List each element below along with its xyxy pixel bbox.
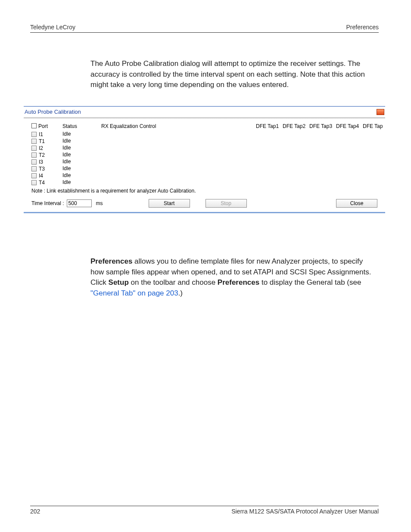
dialog-note: Note : Link establishment is a requireme… (24, 187, 385, 197)
port-checkbox[interactable] (31, 132, 37, 137)
page-number: 202 (30, 508, 40, 515)
stop-button[interactable]: Stop (206, 199, 247, 208)
column-header-port: Port (31, 123, 62, 129)
column-header-dfe5: DFE Tap (363, 123, 383, 129)
status-cell: Idle (62, 172, 101, 179)
prefs-bold1: Preferences (90, 257, 132, 265)
column-header-dfe3: DFE Tap3 (309, 123, 336, 129)
start-button[interactable]: Start (149, 199, 190, 208)
port-row: T4 (31, 179, 62, 186)
port-checkbox[interactable] (31, 180, 37, 185)
port-checkbox[interactable] (31, 152, 37, 158)
column-header-dfe4: DFE Tap4 (336, 123, 363, 129)
intro-paragraph: The Auto Probe Calibration dialog will a… (90, 59, 374, 90)
prefs-bold-preferences: Preferences (218, 278, 259, 286)
close-icon[interactable] (377, 109, 384, 115)
preferences-paragraph: Preferences allows you to define templat… (90, 256, 374, 299)
status-cell: Idle (62, 152, 101, 159)
time-interval-input[interactable] (67, 199, 92, 207)
column-header-dfe1: DFE Tap1 (256, 123, 283, 129)
column-header-status: Status (62, 123, 101, 129)
prefs-bold-setup: Setup (109, 278, 129, 286)
general-tab-link[interactable]: "General Tab" on page 203 (90, 289, 178, 297)
port-row: I3 (31, 159, 62, 165)
auto-probe-calibration-dialog: Auto Probe Calibration Port I1 T1 I2 T2 … (24, 106, 385, 213)
page-header: Teledyne LeCroy Preferences (30, 24, 379, 33)
time-interval-unit: ms (96, 200, 103, 206)
port-row: T3 (31, 165, 62, 172)
port-checkbox[interactable] (31, 146, 37, 151)
port-row: T1 (31, 138, 62, 145)
footer-title: Sierra M122 SAS/SATA Protocol Analyzer U… (231, 508, 379, 515)
port-checkbox[interactable] (31, 173, 37, 178)
column-header-rx: RX Equalization Control (101, 123, 256, 129)
port-checkbox[interactable] (31, 166, 37, 171)
select-all-checkbox[interactable] (31, 123, 37, 128)
port-row: I2 (31, 145, 62, 152)
page-footer: 202 Sierra M122 SAS/SATA Protocol Analyz… (30, 506, 379, 515)
header-right: Preferences (346, 24, 379, 31)
port-checkbox[interactable] (31, 139, 37, 144)
port-checkbox[interactable] (31, 159, 37, 165)
column-header-dfe2: DFE Tap2 (283, 123, 309, 129)
time-interval-label: Time Interval : (31, 200, 64, 206)
port-row: I4 (31, 172, 62, 179)
status-cell: Idle (62, 145, 101, 152)
close-button[interactable]: Close (336, 199, 377, 208)
port-row: I1 (31, 131, 62, 138)
status-cell: Idle (62, 131, 101, 138)
status-cell: Idle (62, 165, 101, 172)
status-cell: Idle (62, 179, 101, 186)
status-cell: Idle (62, 138, 101, 145)
status-cell: Idle (62, 159, 101, 165)
dialog-title: Auto Probe Calibration (25, 109, 81, 115)
header-left: Teledyne LeCroy (30, 24, 75, 31)
port-row: T2 (31, 152, 62, 159)
